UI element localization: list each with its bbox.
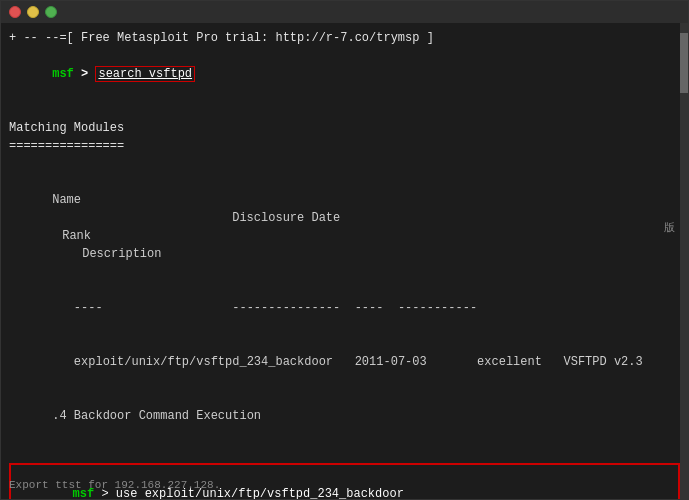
- module-desc-line: .4 Backdoor Command Execution: [9, 389, 680, 443]
- bottom-status: Export ttst for 192.168.227.128.: [9, 479, 220, 491]
- matching-modules: Matching Modules: [9, 119, 680, 137]
- search-command-line: msf > search vsftpd: [9, 47, 680, 101]
- minimize-button[interactable]: [27, 6, 39, 18]
- terminal-window: + -- --=[ Free Metasploit Pro trial: htt…: [0, 0, 689, 500]
- search-cmd-highlight: search vsftpd: [95, 66, 195, 82]
- maximize-button[interactable]: [45, 6, 57, 18]
- close-button[interactable]: [9, 6, 21, 18]
- separator-line: ================: [9, 137, 680, 155]
- blank-line-2: [9, 155, 680, 173]
- msf-prompt: msf: [52, 67, 81, 81]
- banner-line: + -- --=[ Free Metasploit Pro trial: htt…: [9, 29, 680, 47]
- titlebar: [1, 1, 688, 23]
- column-headers: Name Disclosure Date Rank Description: [9, 173, 680, 281]
- scrollbar[interactable]: [680, 23, 688, 499]
- module-line: exploit/unix/ftp/vsftpd_234_backdoor 201…: [9, 335, 680, 389]
- col-sep-line: ---- --------------- ---- -----------: [9, 281, 680, 335]
- scrollbar-thumb[interactable]: [680, 33, 688, 93]
- blank-line-1: [9, 101, 680, 119]
- terminal-body[interactable]: + -- --=[ Free Metasploit Pro trial: htt…: [1, 23, 688, 499]
- blank-line-3: [9, 443, 680, 461]
